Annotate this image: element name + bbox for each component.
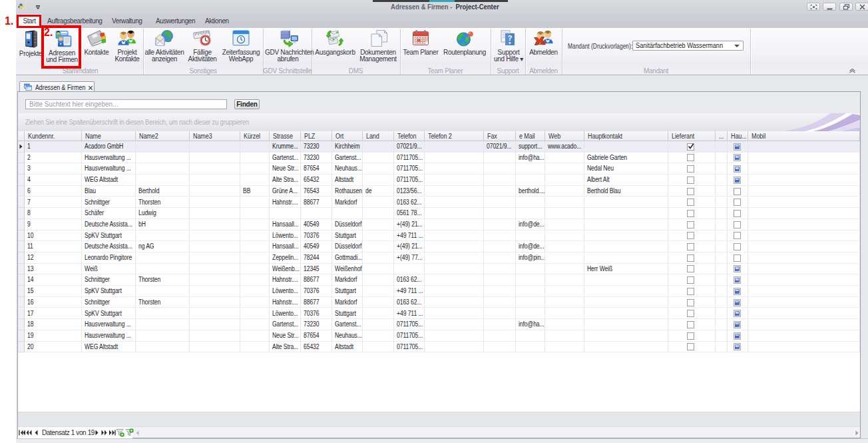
svg-text:?: ? (508, 34, 513, 42)
